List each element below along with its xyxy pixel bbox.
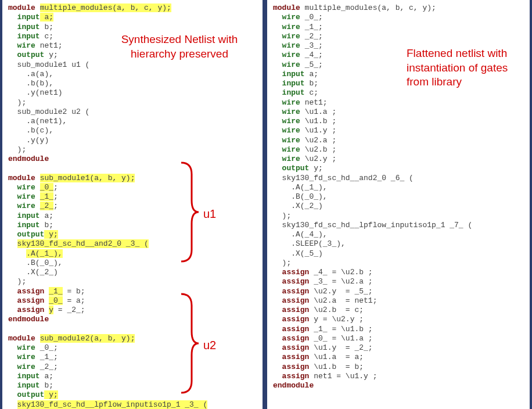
- left-pane: module multiple_modules(a, b, c, y); inp…: [0, 0, 265, 409]
- right-pane: module multiple_modules(a, b, c, y); wir…: [265, 0, 532, 409]
- u2-brace-label: u2: [203, 338, 216, 353]
- left-code: module multiple_modules(a, b, c, y); inp…: [8, 3, 257, 409]
- comparison-container: module multiple_modules(a, b, c, y); inp…: [0, 0, 532, 409]
- right-code: module multiple_modules(a, b, c, y); wir…: [273, 3, 524, 390]
- u1-brace-label: u1: [203, 207, 216, 221]
